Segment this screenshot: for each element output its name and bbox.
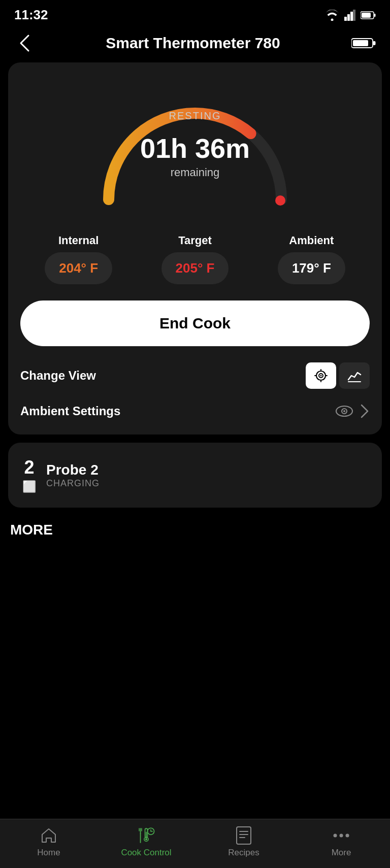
recipes-icon	[235, 826, 253, 845]
ambient-temp-value: 179° F	[278, 252, 345, 284]
bottom-nav: Home Cook Control	[0, 819, 390, 868]
change-view-row: Change View	[20, 362, 370, 389]
svg-rect-29	[146, 832, 147, 838]
back-arrow-icon	[19, 34, 30, 52]
eye-icon	[335, 404, 353, 418]
svg-point-13	[320, 375, 322, 377]
svg-rect-33	[237, 827, 251, 844]
svg-point-37	[334, 834, 337, 838]
ambient-temp: Ambient 179° F	[278, 234, 345, 284]
page-title: Smart Thermometer 780	[106, 35, 280, 52]
back-button[interactable]	[14, 33, 35, 53]
gauge-time: 01h 36m	[140, 132, 250, 164]
nav-home-label: Home	[37, 848, 60, 858]
nav-more[interactable]: More	[308, 826, 374, 858]
status-time: 11:32	[14, 7, 48, 23]
probe-name: Probe 2	[46, 462, 100, 478]
home-icon	[40, 826, 58, 845]
gauge-container: RESTING 01h 36m remaining	[20, 78, 370, 220]
svg-rect-3	[353, 10, 355, 21]
battery-icon	[361, 11, 376, 20]
svg-rect-6	[362, 13, 371, 18]
cook-control-icon	[137, 826, 155, 845]
status-bar: 11:32	[0, 0, 390, 28]
more-icon	[332, 826, 350, 845]
probe-info: Probe 2 CHARGING	[46, 462, 100, 489]
device-battery-icon	[351, 38, 376, 49]
wifi-icon	[325, 10, 339, 21]
end-cook-button[interactable]: End Cook	[20, 301, 370, 346]
svg-point-21	[343, 410, 345, 412]
temperature-row: Internal 204° F Target 205° F Ambient 17…	[20, 234, 370, 284]
nav-recipes-label: Recipes	[228, 848, 259, 858]
target-temp-value: 205° F	[161, 252, 229, 284]
more-section: MORE	[0, 508, 390, 538]
gauge-view-icon	[314, 369, 328, 383]
svg-point-39	[346, 834, 349, 838]
chevron-right-icon	[360, 403, 370, 419]
svg-point-10	[275, 195, 285, 206]
gauge-svg: RESTING 01h 36m remaining	[83, 78, 307, 220]
probe-number: 2	[24, 457, 34, 478]
gauge-view-button[interactable]	[306, 362, 336, 389]
target-temp-label: Target	[178, 234, 212, 247]
probe-charging-icon: ⬜	[22, 480, 36, 493]
nav-more-label: More	[332, 848, 351, 858]
more-section-title: MORE	[10, 522, 380, 538]
svg-point-38	[340, 834, 343, 838]
internal-temp: Internal 204° F	[45, 234, 112, 284]
internal-temp-value: 204° F	[45, 252, 112, 284]
svg-rect-0	[344, 17, 347, 21]
gauge-remaining-label: remaining	[171, 166, 220, 179]
svg-rect-2	[350, 12, 353, 21]
nav-cook-control[interactable]: Cook Control	[113, 826, 179, 858]
change-view-label: Change View	[20, 369, 96, 383]
ambient-settings-label: Ambient Settings	[20, 404, 120, 418]
main-card: RESTING 01h 36m remaining Internal 204° …	[8, 62, 382, 435]
gauge-mode-label: RESTING	[169, 110, 221, 122]
chart-view-icon	[347, 369, 362, 383]
svg-rect-1	[347, 14, 350, 21]
ambient-settings-row[interactable]: Ambient Settings	[20, 403, 370, 419]
svg-rect-9	[353, 40, 368, 46]
probe-number-block: 2 ⬜	[22, 457, 36, 493]
header: Smart Thermometer 780	[0, 28, 390, 62]
target-temp: Target 205° F	[161, 234, 229, 284]
status-icons	[325, 10, 376, 21]
probe-status: CHARGING	[46, 478, 100, 489]
nav-home[interactable]: Home	[16, 826, 82, 858]
internal-temp-label: Internal	[58, 234, 99, 247]
signal-icon	[344, 10, 355, 21]
ambient-settings-icons	[335, 403, 370, 419]
view-toggle	[306, 362, 370, 389]
nav-recipes[interactable]: Recipes	[211, 826, 277, 858]
probe-2-card: 2 ⬜ Probe 2 CHARGING	[8, 443, 382, 508]
chart-view-button[interactable]	[339, 362, 370, 389]
svg-rect-8	[373, 41, 375, 45]
svg-rect-5	[374, 14, 376, 17]
svg-point-28	[145, 838, 147, 840]
ambient-temp-label: Ambient	[289, 234, 334, 247]
nav-cook-control-label: Cook Control	[121, 848, 171, 858]
